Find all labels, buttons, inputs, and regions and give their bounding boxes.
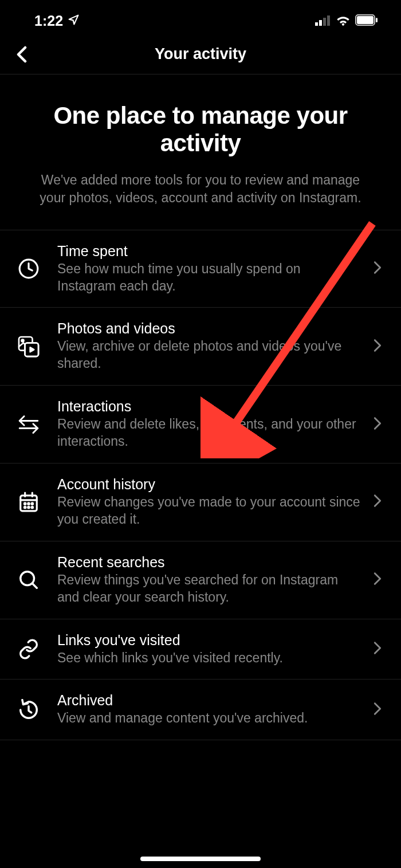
- chevron-right-icon: [374, 417, 387, 433]
- clock-icon: [11, 258, 46, 280]
- svg-point-21: [32, 503, 33, 505]
- battery-icon: [355, 13, 378, 29]
- interactions-icon: [11, 414, 46, 435]
- svg-point-23: [28, 507, 30, 509]
- svg-rect-3: [327, 15, 330, 26]
- chevron-right-icon: [374, 641, 387, 657]
- back-button[interactable]: [10, 43, 33, 66]
- menu-item-links-visited[interactable]: Links you've visited See which links you…: [0, 619, 401, 680]
- menu-item-interactions[interactable]: Interactions Review and delete likes, co…: [0, 386, 401, 464]
- status-bar: 1:22: [0, 0, 401, 34]
- menu-item-recent-searches[interactable]: Recent searches Review things you've sea…: [0, 541, 401, 619]
- menu-title: Photos and videos: [57, 320, 362, 337]
- menu-item-time-spent[interactable]: Time spent See how much time you usually…: [0, 230, 401, 308]
- svg-rect-6: [376, 18, 378, 22]
- chevron-right-icon: [374, 572, 387, 588]
- svg-point-9: [22, 339, 24, 341]
- chevron-right-icon: [374, 702, 387, 718]
- menu-title: Interactions: [57, 398, 362, 415]
- hero-section: One place to manage your activity We've …: [0, 74, 401, 230]
- menu-title: Archived: [57, 692, 362, 709]
- svg-point-20: [28, 503, 30, 505]
- hero-subtitle: We've added more tools for you to review…: [23, 171, 378, 207]
- menu-item-account-history[interactable]: Account history Review changes you've ma…: [0, 464, 401, 541]
- menu-description: See how much time you usually spend on I…: [57, 261, 362, 295]
- status-time: 1:22: [34, 13, 63, 29]
- nav-header: Your activity: [0, 34, 401, 74]
- menu-item-archived[interactable]: Archived View and manage content you've …: [0, 680, 401, 740]
- svg-rect-1: [319, 20, 322, 26]
- menu-description: View, archive or delete photos and video…: [57, 338, 362, 372]
- svg-point-22: [24, 507, 26, 509]
- svg-line-26: [32, 584, 37, 588]
- menu-title: Account history: [57, 476, 362, 493]
- location-icon: [68, 13, 80, 29]
- link-icon: [11, 638, 46, 660]
- photos-videos-icon: [11, 335, 46, 359]
- svg-rect-0: [315, 22, 318, 26]
- search-icon: [11, 569, 46, 591]
- menu-description: See which links you've visited recently.: [57, 650, 362, 667]
- menu-description: Review changes you've made to your accou…: [57, 494, 362, 528]
- svg-rect-5: [357, 16, 374, 24]
- svg-point-24: [32, 507, 33, 509]
- chevron-right-icon: [374, 339, 387, 355]
- chevron-right-icon: [374, 494, 387, 510]
- chevron-right-icon: [374, 261, 387, 277]
- svg-point-19: [24, 503, 26, 505]
- menu-title: Time spent: [57, 243, 362, 260]
- menu-description: Review and delete likes, comments, and y…: [57, 416, 362, 450]
- wifi-icon: [336, 13, 351, 29]
- cellular-icon: [315, 13, 331, 29]
- home-indicator[interactable]: [140, 857, 261, 861]
- calendar-icon: [11, 491, 46, 513]
- page-title: Your activity: [11, 45, 390, 63]
- menu-description: View and manage content you've archived.: [57, 710, 362, 727]
- svg-rect-2: [323, 18, 326, 26]
- chevron-left-icon: [16, 46, 27, 63]
- menu-title: Links you've visited: [57, 632, 362, 649]
- hero-title: One place to manage your activity: [23, 102, 378, 158]
- menu-item-photos-videos[interactable]: Photos and videos View, archive or delet…: [0, 308, 401, 386]
- menu-description: Review things you've searched for on Ins…: [57, 572, 362, 606]
- menu-title: Recent searches: [57, 554, 362, 571]
- archive-icon: [11, 699, 46, 721]
